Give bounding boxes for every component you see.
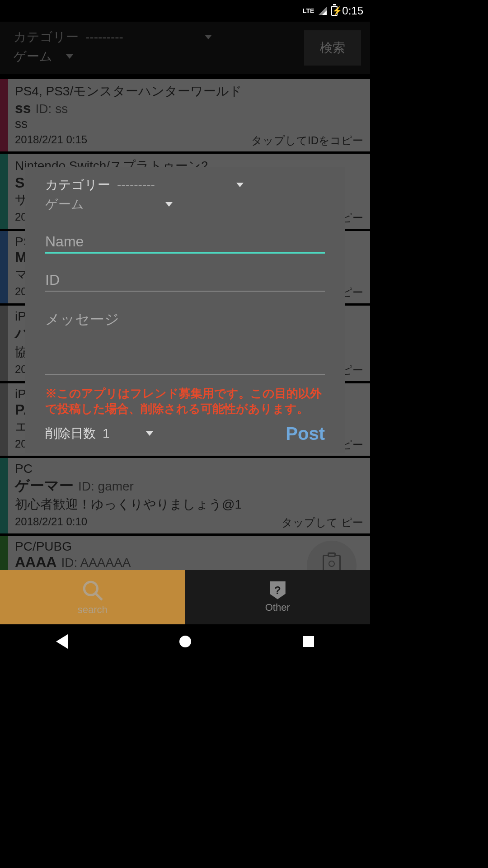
dialog-game-dropdown[interactable]: ゲーム [45,196,173,213]
home-button[interactable] [179,636,191,647]
recent-button[interactable] [303,636,314,647]
name-input[interactable] [45,226,325,254]
network-indicator: LTE [303,7,314,14]
warning-text: ※このアプリはフレンド募集用です。この目的以外で投稿した場合、削除される可能性が… [45,386,325,417]
dialog-category-label: カテゴリー [45,176,110,193]
signal-icon [319,7,327,15]
status-bar: LTE ⚡ 0:15 [0,0,370,22]
bottom-nav: search ? Other [0,570,370,624]
clock: 0:15 [342,5,363,17]
svg-line-1 [95,593,102,600]
id-input[interactable] [45,265,325,292]
svg-point-0 [84,582,97,595]
nav-other-tab[interactable]: ? Other [185,570,371,624]
delete-days-label: 削除日数 [45,425,96,442]
chevron-down-icon [236,183,244,187]
search-icon [81,579,104,602]
shield-icon: ? [270,581,286,599]
battery-icon: ⚡ [331,6,338,16]
delete-days-dropdown[interactable]: 1 [103,426,153,441]
post-button[interactable]: Post [286,424,325,444]
message-input[interactable] [45,303,325,375]
post-dialog: カテゴリー --------- ゲーム ※このアプリはフレンド募集用です。この目… [25,167,345,453]
chevron-down-icon [146,431,153,436]
system-nav [0,624,370,658]
dialog-category-dropdown[interactable]: --------- [117,178,244,192]
nav-search-tab[interactable]: search [0,570,185,624]
chevron-down-icon [165,202,173,207]
back-button[interactable] [56,634,68,649]
